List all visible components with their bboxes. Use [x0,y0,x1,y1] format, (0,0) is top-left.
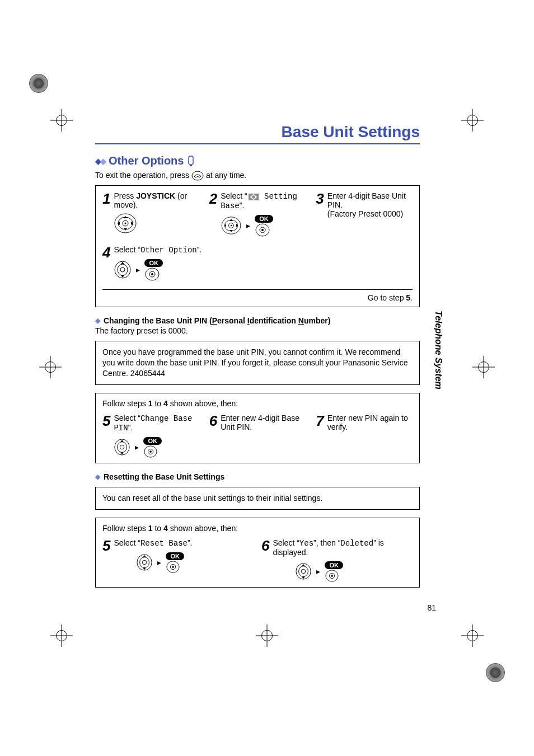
cross-mark-icon [461,624,484,647]
side-tab: Telephone System [433,311,443,389]
hangup-icon [191,171,204,181]
cross-mark-icon [50,624,73,647]
diamond-icon: ◆◆ [95,157,105,166]
joystick-updown-icon [114,438,130,456]
svg-point-36 [172,566,175,568]
corner-dot-icon [486,663,505,682]
pin-warning-box: Once you have programmed the base unit P… [95,341,420,385]
step-7-verify: 7 Enter new PIN again to verify. [316,414,413,458]
svg-point-39 [302,569,306,574]
exit-instruction: To exit the operation, press at any time… [95,171,420,181]
svg-point-27 [120,445,125,449]
section-header: ◆◆ Other Options [95,154,420,167]
cross-mark-icon [461,109,484,132]
follow-steps-line: Follow steps 1 to 4 shown above, then: [102,524,413,533]
ok-badge: OK [325,561,343,569]
section-title: Other Options [109,154,184,167]
svg-point-21 [120,267,125,272]
resetting-heading: ◆ Resetting the Base Unit Settings [95,472,420,481]
svg-point-24 [151,273,153,275]
svg-point-18 [261,229,264,231]
ok-badge: OK [166,552,184,560]
svg-rect-1 [190,165,192,166]
arrow-right-icon: ▸ [246,221,250,230]
svg-rect-0 [189,156,193,165]
ok-badge: OK [143,437,162,445]
center-button-icon [144,267,163,281]
joystick-updown-icon [114,260,132,279]
cross-mark-icon [39,356,62,378]
changing-pin-steps-box: Follow steps 1 to 4 shown above, then: 5… [95,393,420,463]
corner-dot-icon [29,74,48,93]
preset-line: The factory preset is 0000. [95,326,420,335]
svg-point-15 [231,225,232,227]
page-number: 81 [427,603,436,612]
svg-point-7 [251,195,255,199]
handset-icon [187,156,195,167]
svg-point-33 [143,560,147,565]
step-4: 4 Select “Other Option”. ▸ OK [102,245,288,281]
joystick-updown-icon [295,562,312,580]
step-1: 1 Press JOYSTICK (or move). [102,191,199,237]
diamond-icon: ◆ [95,317,100,325]
ok-badge: OK [255,215,273,223]
cross-mark-icon [256,624,278,647]
arrow-right-icon: ▸ [136,265,140,274]
step-3: 3 Enter 4-digit Base Unit PIN. (Factory … [316,191,413,237]
svg-point-6 [125,223,127,224]
joystick-4way-icon [221,216,242,235]
svg-point-32 [140,557,149,567]
changing-pin-heading: ◆ Changing the Base Unit PIN (Personal I… [95,316,420,325]
cross-mark-icon [50,109,73,132]
page-title: Base Unit Settings [95,123,420,144]
svg-point-2 [192,171,203,180]
gear-icon [249,194,259,200]
follow-steps-line: Follow steps 1 to 4 shown above, then: [102,399,413,408]
center-button-icon [325,569,343,583]
step-6-selectyes: 6 Select “Yes”, then “Deleted” is displa… [261,538,413,583]
step-2: 2 Select “ Setting Base”. ▸ OK [209,191,306,237]
joystick-updown-icon [136,553,153,571]
svg-point-38 [299,566,308,576]
arrow-right-icon: ▸ [316,567,320,576]
main-steps-box: 1 Press JOYSTICK (or move). 2 Select “ S… [95,185,420,307]
goto-step-5: Go to step 5. [102,289,413,302]
svg-point-42 [331,575,334,577]
step-5-changepin: 5 Select “Change Base PIN”. ▸ OK [102,414,199,458]
svg-point-26 [118,442,127,453]
step-6-enternewpin: 6 Enter new 4-digit Base Unit PIN. [209,414,306,458]
reset-info-box: You can reset all of the base unit setti… [95,487,420,510]
svg-point-30 [150,450,152,453]
svg-point-20 [118,264,128,275]
resetting-steps-box: Follow steps 1 to 4 shown above, then: 5… [95,518,420,588]
center-button-icon [255,223,273,237]
center-button-icon [143,445,162,458]
center-button-icon [166,560,184,574]
arrow-right-icon: ▸ [157,558,161,567]
joystick-4way-icon [114,213,137,234]
diamond-icon: ◆ [95,473,100,481]
step-5-resetbase: 5 Select “Reset Base”. ▸ OK [102,538,251,583]
ok-badge: OK [144,259,163,267]
arrow-right-icon: ▸ [135,443,139,452]
cross-mark-icon [472,356,495,378]
